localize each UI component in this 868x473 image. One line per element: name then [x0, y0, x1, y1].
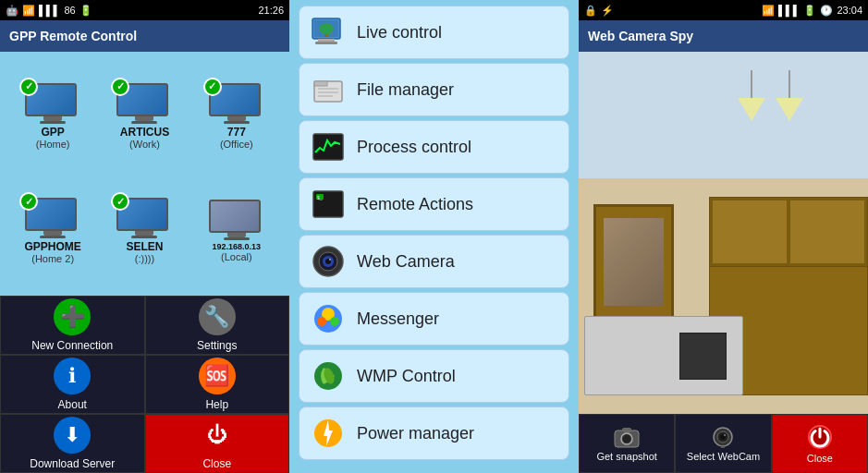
microwave — [584, 316, 743, 395]
download-server-label: Download Server — [30, 457, 115, 470]
file-manager-icon — [309, 70, 348, 109]
webcam-select-icon — [710, 426, 736, 448]
about-icon: ℹ — [54, 358, 91, 394]
picture-inner — [604, 218, 664, 307]
conn-desc-5: (Local) — [221, 251, 252, 262]
monitor-screen-inactive — [209, 200, 261, 233]
svg-rect-5 — [324, 34, 328, 37]
close-left-icon: ⏻ — [199, 417, 236, 454]
conn-desc-2: (Office) — [220, 139, 253, 150]
power-manager-icon — [309, 414, 348, 453]
conn-name-2: 777 — [227, 126, 246, 139]
menu-item-power-manager[interactable]: Power manager — [299, 406, 569, 460]
app-title: GPP Remote Control — [9, 29, 137, 43]
connection-777[interactable]: ✓ 777 (Office) — [193, 61, 280, 172]
panel-left: 🤖 📶 ▌▌▌ 86 🔋 21:26 GPP Remote Control ✓ … — [0, 0, 289, 473]
new-connection-icon: ➕ — [54, 298, 91, 335]
connection-selen[interactable]: ✓ SELEN (:)))) — [101, 176, 188, 287]
battery-badge: 86 — [64, 5, 75, 16]
connection-192[interactable]: 192.168.0.13 (Local) — [193, 176, 280, 287]
battery-icon: 🔋 — [79, 5, 92, 17]
svg-point-22 — [317, 317, 326, 326]
messenger-icon — [309, 299, 348, 338]
power-manager-label: Power manager — [357, 424, 474, 443]
panel-middle: Live control File manager P — [289, 0, 579, 473]
cam-battery-icon: 🔋 — [803, 5, 816, 17]
cam-usb-icon: ⚡ — [601, 5, 614, 17]
android-icon: 🤖 — [6, 5, 18, 17]
menu-item-remote-actions[interactable]: $_ Remote Actions — [299, 177, 569, 231]
process-control-label: Process control — [357, 138, 471, 157]
conn-name-0: GPP — [41, 126, 64, 139]
cam-status-bar: 🔒 ⚡ 📶 ▌▌▌ 🔋 🕐 23:04 — [579, 0, 868, 20]
web-camera-label: Web Camera — [357, 252, 455, 272]
menu-item-web-camera[interactable]: Web Camera — [299, 235, 569, 288]
menu-list: Live control File manager P — [289, 0, 579, 473]
menu-item-file-manager[interactable]: File manager — [299, 63, 569, 116]
help-button[interactable]: 🆘 Help — [145, 355, 290, 414]
close-right-button[interactable]: Close — [772, 414, 868, 473]
menu-item-process-control[interactable]: Process control — [299, 120, 569, 174]
download-server-button[interactable]: ⬇ Download Server — [0, 414, 145, 473]
power-off-icon — [807, 424, 833, 450]
remote-actions-label: Remote Actions — [357, 195, 473, 214]
microwave-screen — [679, 333, 727, 380]
new-connection-button[interactable]: ➕ New Connection — [0, 296, 145, 355]
cam-title-bar: Web Camera Spy — [579, 20, 868, 52]
svg-rect-36 — [721, 446, 725, 448]
close-right-label: Close — [807, 453, 833, 464]
wmp-control-icon — [309, 357, 348, 395]
connection-articus[interactable]: ✓ ARTICUS (Work) — [101, 61, 188, 172]
bottom-bar-left: ➕ New Connection 🔧 Settings ℹ About 🆘 He… — [0, 296, 289, 473]
wmp-control-label: WMP Control — [357, 367, 456, 386]
svg-rect-11 — [313, 134, 343, 160]
svg-text:$_: $_ — [317, 195, 323, 200]
messenger-label: Messenger — [357, 309, 439, 329]
help-icon: 🆘 — [199, 358, 236, 394]
help-label: Help — [205, 398, 228, 411]
status-bar-left: 🤖 📶 ▌▌▌ 86 🔋 21:26 — [0, 0, 289, 20]
cam-title: Web Camera Spy — [588, 29, 693, 43]
web-camera-icon — [309, 242, 348, 281]
cam-bottom-bar: Get snapshot Select WebCam Close — [579, 414, 868, 473]
check-badge-gpp: ✓ — [19, 78, 38, 96]
new-connection-label: New Connection — [31, 339, 113, 352]
svg-point-23 — [330, 317, 339, 326]
check-badge-777: ✓ — [203, 78, 222, 96]
select-webcam-label: Select WebCam — [687, 451, 760, 462]
light2 — [776, 70, 803, 121]
about-button[interactable]: ℹ About — [0, 355, 145, 414]
cabinet-top — [710, 198, 867, 267]
settings-button[interactable]: 🔧 Settings — [145, 296, 290, 355]
cam-time: 23:04 — [837, 5, 862, 16]
connection-gpphome[interactable]: ✓ GPPHOME (Home 2) — [9, 176, 96, 287]
close-left-label: Close — [202, 457, 231, 470]
svg-rect-1 — [318, 39, 335, 42]
left-time: 21:26 — [258, 5, 284, 16]
room-scene — [579, 52, 868, 414]
conn-name-3: GPPHOME — [24, 240, 80, 253]
status-right: 21:26 — [258, 5, 284, 16]
svg-point-30 — [623, 435, 630, 443]
menu-item-wmp-control[interactable]: WMP Control — [299, 349, 569, 403]
svg-rect-7 — [314, 81, 327, 86]
menu-item-live-control[interactable]: Live control — [299, 6, 569, 59]
menu-item-messenger[interactable]: Messenger — [299, 292, 569, 346]
get-snapshot-button[interactable]: Get snapshot — [579, 414, 675, 473]
picture-frame — [593, 204, 675, 320]
cam-image-area — [579, 52, 868, 414]
close-left-button[interactable]: ⏻ Close — [145, 414, 290, 473]
status-left: 🤖 📶 ▌▌▌ 86 🔋 — [6, 5, 92, 17]
connection-gpp[interactable]: ✓ GPP (Home) — [9, 61, 96, 172]
select-webcam-button[interactable]: Select WebCam — [675, 414, 771, 473]
conn-name-4: SELEN — [126, 240, 163, 253]
app-title-bar: GPP Remote Control — [0, 20, 289, 52]
download-server-icon: ⬇ — [54, 417, 91, 454]
cam-signal: ▌▌▌ — [778, 5, 800, 16]
ceiling — [579, 52, 868, 178]
camera-snapshot-icon — [614, 426, 640, 448]
conn-desc-1: (Work) — [129, 139, 160, 150]
panel-right: 🔒 ⚡ 📶 ▌▌▌ 🔋 🕐 23:04 Web Camera Spy — [579, 0, 868, 473]
conn-desc-4: (:)))) — [135, 253, 154, 264]
svg-point-19 — [329, 259, 331, 261]
